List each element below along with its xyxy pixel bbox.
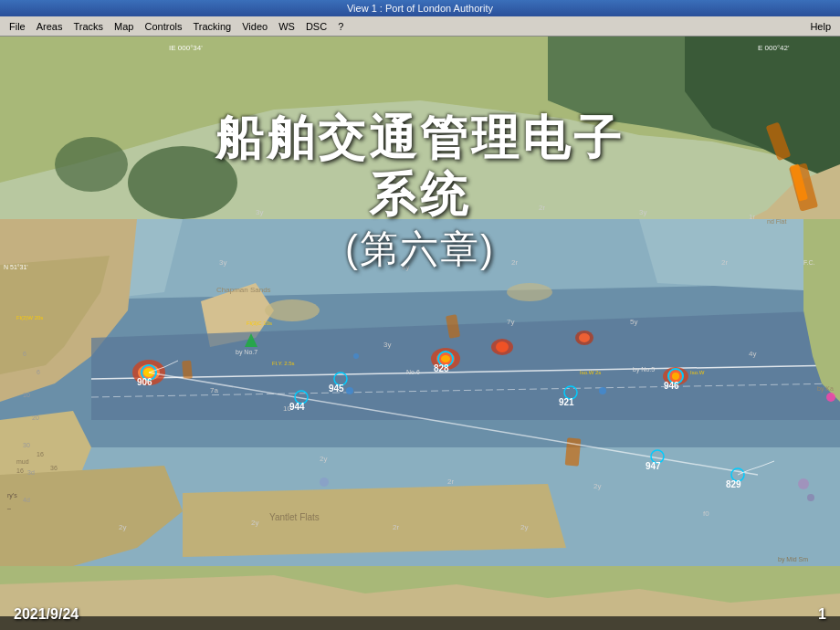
svg-point-37 — [579, 333, 590, 342]
svg-rect-122 — [0, 616, 840, 630]
svg-text:Chapman Sands: Chapman Sands — [216, 286, 271, 294]
svg-text:5y: 5y — [630, 318, 637, 326]
svg-text:by Ka: by Ka — [817, 385, 834, 393]
svg-text:Iso.W 2s: Iso.W 2s — [580, 370, 601, 375]
svg-text:3d: 3d — [27, 469, 35, 476]
svg-text:2r: 2r — [511, 258, 518, 267]
svg-text:3y: 3y — [256, 208, 263, 216]
svg-point-33 — [672, 373, 679, 380]
svg-text:2y: 2y — [593, 482, 601, 490]
svg-text:Fl.Y. 2.5s: Fl.Y. 2.5s — [272, 361, 295, 366]
svg-text:2y: 2y — [119, 523, 126, 531]
svg-text:828: 828 — [434, 363, 449, 373]
menu-areas[interactable]: Areas — [31, 19, 68, 34]
menu-dsc[interactable]: DSC — [300, 19, 332, 34]
svg-rect-43 — [182, 361, 193, 380]
svg-text:E 000°42': E 000°42' — [758, 44, 790, 52]
svg-marker-14 — [183, 484, 566, 557]
svg-point-30 — [441, 355, 450, 362]
svg-point-35 — [496, 341, 509, 352]
map-svg: by No.7 No.6 by No.5 Fl(2)W 20s Fl(3)C 1… — [0, 37, 840, 630]
svg-point-45 — [346, 387, 353, 394]
svg-text:Yantlet Flats: Yantlet Flats — [269, 512, 320, 522]
svg-text:1r: 1r — [749, 213, 755, 221]
svg-text:f0: f0 — [703, 509, 709, 518]
svg-text:2r: 2r — [539, 204, 545, 212]
svg-text:ry's: ry's — [7, 492, 17, 499]
svg-point-104 — [826, 393, 835, 402]
svg-text:2r: 2r — [447, 478, 454, 486]
window-title: View 1 : Port of London Authority — [347, 3, 493, 14]
svg-text:6: 6 — [23, 351, 26, 357]
svg-text:36: 36 — [50, 465, 58, 471]
menu-help[interactable]: Help — [804, 19, 836, 34]
svg-point-17 — [507, 283, 552, 301]
svg-point-46 — [353, 353, 359, 359]
menu-help-q[interactable]: ? — [332, 19, 349, 34]
svg-text:945: 945 — [329, 383, 344, 394]
svg-text:2y: 2y — [251, 519, 258, 527]
svg-text:IE 000°34': IE 000°34' — [169, 44, 203, 52]
svg-point-16 — [265, 299, 320, 321]
svg-text:2y: 2y — [520, 523, 528, 531]
title-bar: View 1 : Port of London Authority — [0, 0, 840, 16]
svg-text:nd Flat: nd Flat — [767, 218, 786, 225]
svg-text:2y: 2y — [320, 455, 327, 463]
svg-point-47 — [599, 387, 606, 394]
svg-point-50 — [807, 494, 814, 501]
svg-text:2r: 2r — [721, 258, 728, 267]
svg-point-49 — [798, 478, 809, 489]
svg-text:Iso.W: Iso.W — [690, 370, 705, 375]
svg-text:3y: 3y — [639, 208, 646, 216]
svg-text:944: 944 — [289, 402, 305, 412]
svg-text:10: 10 — [23, 392, 30, 398]
menu-video[interactable]: Video — [236, 19, 273, 34]
svg-text:906: 906 — [137, 377, 152, 387]
page-number: 1 — [818, 606, 826, 623]
svg-text:F.C.: F.C. — [803, 259, 815, 266]
svg-text:3y: 3y — [219, 258, 226, 267]
svg-text:Fl(3)C 10s: Fl(3)C 10s — [247, 320, 272, 326]
svg-text:3y: 3y — [402, 263, 409, 271]
menu-map[interactable]: Map — [109, 19, 139, 34]
svg-text:16: 16 — [37, 451, 44, 457]
svg-text:No.6: No.6 — [406, 369, 420, 375]
date-label: 2021/9/24 — [14, 606, 79, 623]
menu-tracks[interactable]: Tracks — [68, 19, 109, 34]
svg-text:20: 20 — [32, 415, 39, 421]
menu-ws[interactable]: WS — [273, 19, 300, 34]
svg-text:7y: 7y — [507, 318, 514, 326]
svg-text:3y: 3y — [365, 231, 373, 239]
svg-rect-42 — [565, 437, 582, 466]
svg-text:4d: 4d — [23, 497, 30, 503]
svg-text:6: 6 — [37, 369, 40, 375]
svg-text:4y: 4y — [749, 350, 756, 358]
svg-text:3y: 3y — [383, 341, 391, 349]
svg-point-24 — [55, 137, 128, 192]
svg-text:N 51°31': N 51°31' — [4, 264, 28, 270]
menu-bar: File Areas Tracks Map Controls Tracking … — [0, 16, 840, 37]
svg-point-48 — [320, 478, 329, 487]
svg-text:921: 921 — [559, 397, 574, 407]
svg-text:_: _ — [6, 502, 11, 509]
map-container[interactable]: by No.7 No.6 by No.5 Fl(2)W 20s Fl(3)C 1… — [0, 37, 840, 630]
svg-text:2r: 2r — [393, 523, 399, 531]
svg-text:30: 30 — [23, 442, 30, 448]
svg-text:947: 947 — [646, 461, 661, 471]
svg-text:829: 829 — [726, 479, 741, 489]
svg-text:mud: mud — [16, 458, 29, 465]
svg-text:7a: 7a — [210, 386, 218, 394]
svg-text:Fl(2)W 20s: Fl(2)W 20s — [16, 315, 43, 320]
svg-text:16: 16 — [16, 467, 24, 474]
menu-file[interactable]: File — [4, 19, 31, 34]
menu-controls[interactable]: Controls — [139, 19, 187, 34]
svg-text:by No.7: by No.7 — [236, 349, 257, 356]
svg-text:by No.5: by No.5 — [633, 366, 655, 373]
svg-text:by Mid Sm: by Mid Sm — [778, 556, 808, 563]
menu-tracking[interactable]: Tracking — [187, 19, 236, 34]
svg-text:946: 946 — [664, 381, 679, 391]
svg-point-23 — [128, 146, 237, 219]
